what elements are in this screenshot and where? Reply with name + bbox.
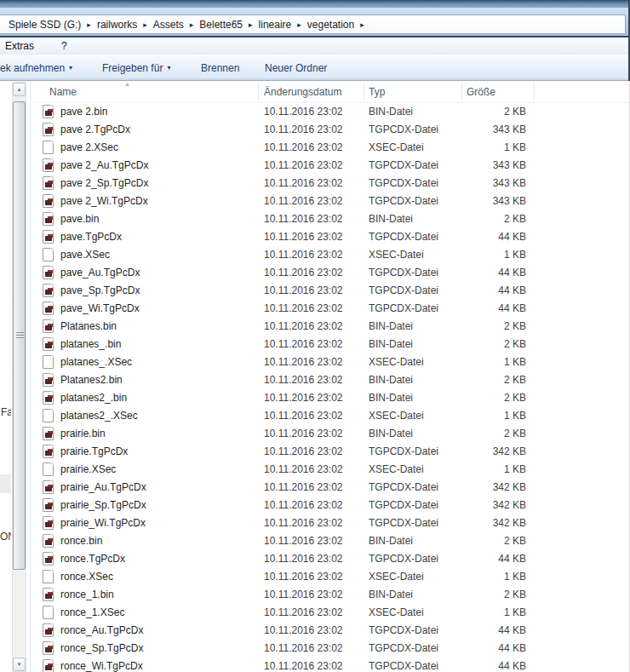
column-divider (461, 83, 462, 101)
file-type: TGPCDX-Datei (369, 481, 438, 493)
file-row[interactable]: pave_Sp.TgPcDx10.11.2016 23:02TGPCDX-Dat… (32, 282, 630, 300)
file-date: 10.11.2016 23:02 (264, 159, 343, 171)
breadcrumb-segment[interactable]: vegetation (306, 19, 356, 31)
nav-tree-item[interactable]: Fa (1, 406, 11, 418)
burn-button[interactable]: Brennen (194, 58, 246, 78)
file-name: ronce_Sp.TgPcDx (60, 642, 143, 654)
column-header-size[interactable]: Größe (467, 86, 495, 98)
file-row[interactable]: pave 2_Au.TgPcDx10.11.2016 23:02TGPCDX-D… (32, 157, 630, 175)
file-row[interactable]: platanes_.bin10.11.2016 23:02BIN-Datei2 … (32, 336, 630, 353)
file-name: ronce_1.XSec (60, 606, 124, 618)
column-header-name[interactable]: Name (49, 86, 77, 98)
file-row[interactable]: ronce_Au.TgPcDx10.11.2016 23:02TGPCDX-Da… (32, 622, 630, 640)
file-row[interactable]: ronce_Wi.TgPcDx10.11.2016 23:02TGPCDX-Da… (32, 658, 630, 672)
file-date: 10.11.2016 23:02 (264, 195, 343, 207)
breadcrumb[interactable]: Spiele SSD (G:)▸railworks▸Assets▸Belette… (0, 14, 626, 34)
breadcrumb-segment[interactable]: Spiele SSD (G:) (7, 19, 83, 31)
breadcrumb-chevron-icon[interactable]: ▸ (186, 20, 198, 29)
file-row[interactable]: pave 2.XSec10.11.2016 23:02XSEC-Datei1 K… (32, 139, 630, 157)
file-date: 10.11.2016 23:02 (264, 249, 343, 261)
file-row[interactable]: platanes2_.XSec10.11.2016 23:02XSEC-Date… (32, 407, 630, 425)
file-date: 10.11.2016 23:02 (264, 213, 343, 225)
file-name: pave 2.bin (60, 106, 107, 118)
file-size: 1 KB (441, 410, 526, 422)
file-type: TGPCDX-Datei (369, 123, 438, 135)
scroll-up-button[interactable]: ▲ (13, 83, 26, 96)
file-row[interactable]: Platanes.bin10.11.2016 23:02BIN-Datei2 K… (32, 318, 630, 336)
file-row[interactable]: prairie.bin10.11.2016 23:02BIN-Datei2 KB (32, 425, 630, 443)
file-row[interactable]: ronce.XSec10.11.2016 23:02XSEC-Datei1 KB (32, 568, 630, 586)
file-date: 10.11.2016 23:02 (264, 445, 343, 457)
file-row[interactable]: ronce_Sp.TgPcDx10.11.2016 23:02TGPCDX-Da… (32, 640, 630, 658)
file-row[interactable]: pave_Au.TgPcDx10.11.2016 23:02TGPCDX-Dat… (32, 264, 630, 282)
file-row[interactable]: pave.bin10.11.2016 23:02BIN-Datei2 KB (32, 210, 630, 228)
menu-item-help[interactable]: ? (58, 40, 71, 52)
column-header-row: ▲ Name Änderungsdatum Typ Größe (32, 81, 630, 103)
breadcrumb-chevron-icon[interactable]: ▸ (83, 20, 95, 29)
file-size: 1 KB (441, 463, 526, 475)
file-type: TGPCDX-Datei (369, 624, 438, 636)
file-name: prairie_Au.TgPcDx (60, 481, 146, 493)
sort-ascending-icon: ▲ (124, 81, 130, 87)
red-document-icon (43, 480, 54, 494)
file-type: TGPCDX-Datei (369, 159, 438, 171)
menu-bar: Extras ? (0, 37, 630, 55)
file-row[interactable]: ronce.bin10.11.2016 23:02BIN-Datei2 KB (32, 532, 630, 550)
nav-pane-scrollbar[interactable]: ▲ ▼ (12, 82, 26, 672)
file-row[interactable]: platanes2_.bin10.11.2016 23:02BIN-Datei2… (32, 389, 630, 407)
file-size: 2 KB (441, 392, 526, 404)
file-name: prairie.TgPcDx (60, 445, 128, 457)
file-size: 2 KB (441, 589, 526, 600)
share-with-button[interactable]: Freigeben für ▾ (95, 58, 177, 78)
blank-document-icon (43, 355, 54, 369)
breadcrumb-chevron-icon[interactable]: ▸ (244, 20, 257, 29)
file-name: pave.bin (60, 213, 99, 225)
file-date: 10.11.2016 23:02 (264, 499, 343, 511)
file-row[interactable]: prairie_Wi.TgPcDx10.11.2016 23:02TGPCDX-… (32, 514, 630, 532)
file-row[interactable]: pave 2.TgPcDx10.11.2016 23:02TGPCDX-Date… (32, 121, 630, 139)
file-row[interactable]: prairie.TgPcDx10.11.2016 23:02TGPCDX-Dat… (32, 443, 630, 461)
file-type: XSEC-Datei (369, 356, 424, 368)
file-row[interactable]: Platanes2.bin10.11.2016 23:02BIN-Datei2 … (32, 371, 630, 389)
column-header-date[interactable]: Änderungsdatum (264, 86, 341, 98)
breadcrumb-chevron-icon[interactable]: ▸ (139, 20, 152, 29)
nav-tree-item[interactable]: ON (0, 531, 11, 543)
breadcrumb-chevron-icon[interactable]: ▸ (293, 20, 306, 29)
file-row[interactable]: ronce_1.XSec10.11.2016 23:02XSEC-Datei1 … (32, 604, 630, 622)
red-document-icon (43, 498, 54, 512)
include-in-library-button[interactable]: ek aufnehmen ▾ (0, 58, 79, 78)
file-row[interactable]: pave 2_Wi.TgPcDx10.11.2016 23:02TGPCDX-D… (32, 192, 630, 210)
file-type: BIN-Datei (369, 213, 413, 225)
file-row[interactable]: platanes_.XSec10.11.2016 23:02XSEC-Datei… (32, 353, 630, 371)
column-header-type[interactable]: Typ (369, 86, 385, 98)
file-date: 10.11.2016 23:02 (264, 284, 343, 296)
file-row[interactable]: ronce.TgPcDx10.11.2016 23:02TGPCDX-Datei… (32, 550, 630, 568)
file-size: 44 KB (441, 302, 526, 314)
scroll-down-button[interactable]: ▼ (13, 658, 26, 671)
file-row[interactable]: prairie_Sp.TgPcDx10.11.2016 23:02TGPCDX-… (32, 497, 630, 514)
file-type: XSEC-Datei (369, 571, 424, 583)
file-row[interactable]: ronce_1.bin10.11.2016 23:02BIN-Datei2 KB (32, 586, 630, 604)
breadcrumb-segment[interactable]: lineaire (257, 19, 294, 31)
red-document-icon (43, 516, 54, 530)
file-row[interactable]: prairie.XSec10.11.2016 23:02XSEC-Datei1 … (32, 461, 630, 479)
column-divider (364, 83, 364, 101)
file-row[interactable]: prairie_Au.TgPcDx10.11.2016 23:02TGPCDX-… (32, 479, 630, 497)
file-date: 10.11.2016 23:02 (264, 463, 343, 475)
breadcrumb-segment[interactable]: Assets (152, 19, 186, 31)
menu-item-extras[interactable]: Extras (2, 40, 37, 52)
file-row[interactable]: pave_Wi.TgPcDx10.11.2016 23:02TGPCDX-Dat… (32, 300, 630, 318)
file-row[interactable]: pave 2_Sp.TgPcDx10.11.2016 23:02TGPCDX-D… (32, 175, 630, 192)
breadcrumb-segment[interactable]: Belette65 (198, 19, 244, 31)
breadcrumb-chevron-icon[interactable]: ▸ (356, 20, 369, 29)
file-date: 10.11.2016 23:02 (264, 320, 343, 332)
pane-separator (30, 81, 31, 672)
file-row[interactable]: pave.XSec10.11.2016 23:02XSEC-Datei1 KB (32, 246, 630, 264)
file-size: 343 KB (441, 195, 526, 207)
scrollbar-thumb[interactable] (13, 101, 26, 570)
file-row[interactable]: pave.TgPcDx10.11.2016 23:02TGPCDX-Datei4… (32, 228, 630, 246)
new-folder-button[interactable]: Neuer Ordner (258, 58, 334, 78)
breadcrumb-segment[interactable]: railworks (95, 19, 139, 31)
file-name: ronce.bin (60, 535, 102, 547)
file-row[interactable]: pave 2.bin10.11.2016 23:02BIN-Datei2 KB (32, 103, 630, 121)
